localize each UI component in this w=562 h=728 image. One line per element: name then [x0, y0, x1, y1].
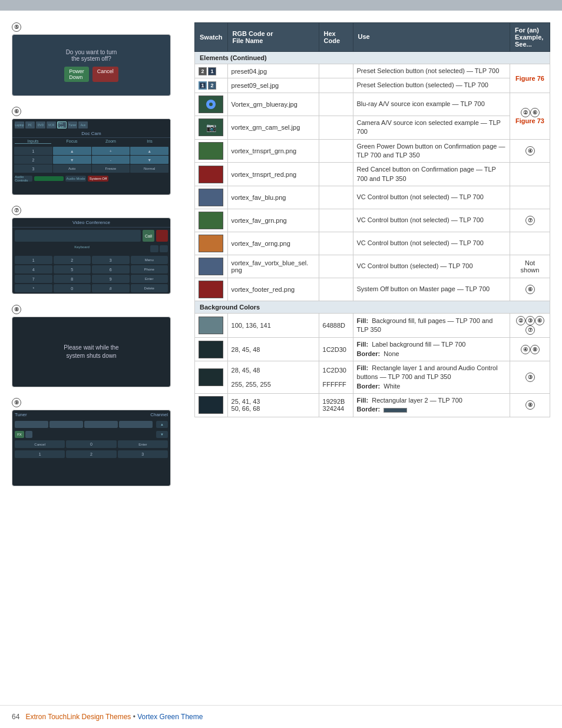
- swatch-footer-red: [199, 281, 223, 298]
- cancel-btn[interactable]: Cancel: [92, 67, 118, 82]
- section-elements-label: Elements (Continued): [195, 52, 550, 64]
- d7-key-3[interactable]: 3: [92, 256, 130, 264]
- d7-prev[interactable]: [150, 245, 158, 252]
- header-filename: RGB Code orFile Name: [227, 23, 319, 52]
- d7-key-4[interactable]: 4: [15, 265, 52, 274]
- use-9: VC Control button (not selected) — TLP 7…: [353, 232, 510, 255]
- d6-key-normal[interactable]: Normal: [130, 164, 168, 173]
- d6-key-2[interactable]: 2: [14, 156, 52, 164]
- d7-key-menu[interactable]: Menu: [131, 256, 168, 264]
- d9-cancel[interactable]: Cancel: [15, 440, 65, 448]
- d7-key-hash[interactable]: #: [92, 284, 130, 292]
- d7-key-1[interactable]: 1: [15, 256, 52, 264]
- for-8: ⑦: [510, 209, 550, 232]
- bg-use-3: Fill: Rectangle layer 1 and around Audio…: [353, 361, 510, 393]
- d7-key-2[interactable]: 2: [54, 256, 91, 264]
- hex-8: [319, 209, 353, 232]
- footer-text: 64 Extron TouchLink Design Themes • Vort…: [12, 713, 203, 721]
- hex-5: [319, 139, 353, 163]
- swatch-cell-7: [195, 186, 228, 209]
- device7-title: Video Conference: [12, 218, 170, 228]
- swatch-cell-3: [195, 93, 228, 116]
- d9-src2[interactable]: [49, 421, 83, 428]
- header-use: Use: [353, 23, 510, 52]
- d7-key-7[interactable]: 7: [15, 275, 52, 283]
- d6-icon-doccam: Doc Cam: [57, 121, 67, 129]
- device-screen-7: Video Conference Call Keyboard 1 2: [12, 218, 171, 294]
- swatch-cell-1: 2 1: [195, 64, 228, 78]
- d6-key-3[interactable]: 3: [14, 164, 52, 173]
- d6-icon-tuner: Tuner: [68, 121, 77, 129]
- system-off-6[interactable]: System Off: [88, 176, 108, 182]
- use-4: Camera A/V source icon selected example …: [353, 116, 510, 139]
- filename-9: vortex_fav_orng.png: [227, 232, 319, 255]
- d6-key-auto[interactable]: Auto: [53, 164, 91, 173]
- device6-title: Doc Cam: [12, 130, 170, 138]
- table-row: 📷 vortex_grn_cam_sel.jpg Camera A/V sour…: [195, 116, 550, 139]
- filename-5: vortex_trnsprt_grn.png: [227, 139, 319, 163]
- for-11: ⑥: [510, 278, 550, 301]
- circle-refs-3: ②⑥ Figure 73: [514, 108, 546, 124]
- use-5: Green Power Down button on Confirmation …: [353, 139, 510, 163]
- footer-page-num: 64: [12, 713, 19, 721]
- d7-key-6[interactable]: 6: [92, 265, 130, 274]
- use-10: VC Control button (selected) — TLP 700: [353, 255, 510, 278]
- bg-row-1: 100, 136, 141 64888D Fill: Background fi…: [195, 314, 550, 338]
- main-table: Swatch RGB Code orFile Name HexCode Use …: [194, 22, 550, 693]
- d9-src3[interactable]: [84, 421, 118, 428]
- d7-key-delete[interactable]: Delete: [131, 284, 168, 292]
- device9-tuner-label: Tuner: [15, 412, 27, 417]
- d7-key-9[interactable]: 9: [92, 275, 130, 283]
- d6-key-1[interactable]: 1: [14, 147, 52, 155]
- d7-key-enter[interactable]: Enter: [131, 275, 168, 283]
- bluray-icon: [206, 100, 216, 109]
- header-for: For (an)Example,See...: [510, 23, 550, 52]
- swatch-blu: [199, 189, 223, 206]
- d9-fxbtn[interactable]: FX: [15, 431, 24, 438]
- d9-0[interactable]: 0: [66, 440, 116, 448]
- table-row: 2 1 preset04.jpg Preset Selection button…: [195, 64, 550, 78]
- hex-2: [319, 78, 353, 93]
- table-row: vortex_footer_red.png System Off button …: [195, 278, 550, 301]
- filename-2: preset09_sel.jpg: [227, 78, 319, 93]
- device7-row2: Keyboard: [12, 244, 170, 253]
- d9-src4[interactable]: [119, 421, 153, 428]
- d9-3[interactable]: 3: [118, 450, 168, 458]
- d7-next[interactable]: [160, 245, 168, 252]
- d9-down[interactable]: ▼: [156, 431, 168, 438]
- d6-key-down[interactable]: ▼: [53, 156, 91, 164]
- device9-channel-label: Channel: [150, 412, 168, 417]
- d7-key-5[interactable]: 5: [54, 265, 91, 274]
- d7-key-phone[interactable]: Phone: [131, 265, 168, 274]
- bg-rgb-2: 28, 45, 48: [227, 338, 319, 361]
- d6-key-plus[interactable]: +: [92, 147, 130, 155]
- d9-src1[interactable]: [15, 421, 48, 428]
- d7-key-star[interactable]: *: [15, 284, 52, 292]
- figure-ref-73: Figure 73: [515, 117, 544, 124]
- device7-top: Call: [12, 228, 170, 244]
- d6-key-trd[interactable]: ▼: [130, 156, 168, 164]
- d9-2[interactable]: 2: [66, 450, 116, 458]
- d6-key-up[interactable]: ▲: [53, 147, 91, 155]
- device-screen-5: Do you want to turn the system off? Powe…: [12, 34, 171, 96]
- d6-key-freeze[interactable]: Freeze: [92, 164, 130, 173]
- device-screen-9: Tuner Channel ▲ FX: [12, 410, 171, 486]
- d9-up[interactable]: ▲: [156, 421, 168, 428]
- bg-rgb-4: 25, 41, 4350, 66, 68: [227, 394, 319, 417]
- d9-1[interactable]: 1: [15, 450, 65, 458]
- power-down-btn[interactable]: PowerDown: [64, 67, 89, 82]
- d6-key-tri[interactable]: ▲: [130, 147, 168, 155]
- d9-enter[interactable]: Enter: [118, 440, 168, 448]
- d7-key-0[interactable]: 0: [54, 284, 91, 292]
- d7-call[interactable]: Call: [143, 230, 154, 242]
- sidebar-item-8: ⑧ Please wait while the system shuts dow…: [12, 305, 183, 387]
- d6-key-minus[interactable]: -: [92, 156, 130, 164]
- d6-icon-aux: Aux: [78, 121, 88, 129]
- for-9: [510, 232, 550, 255]
- d7-key-8[interactable]: 8: [54, 275, 91, 283]
- d7-end[interactable]: [156, 230, 168, 242]
- device8-text: Please wait while the system shuts down: [64, 344, 118, 360]
- d9-circ[interactable]: [25, 431, 32, 438]
- swatch-grn: [199, 142, 223, 160]
- swatch-cell-6: [195, 163, 228, 186]
